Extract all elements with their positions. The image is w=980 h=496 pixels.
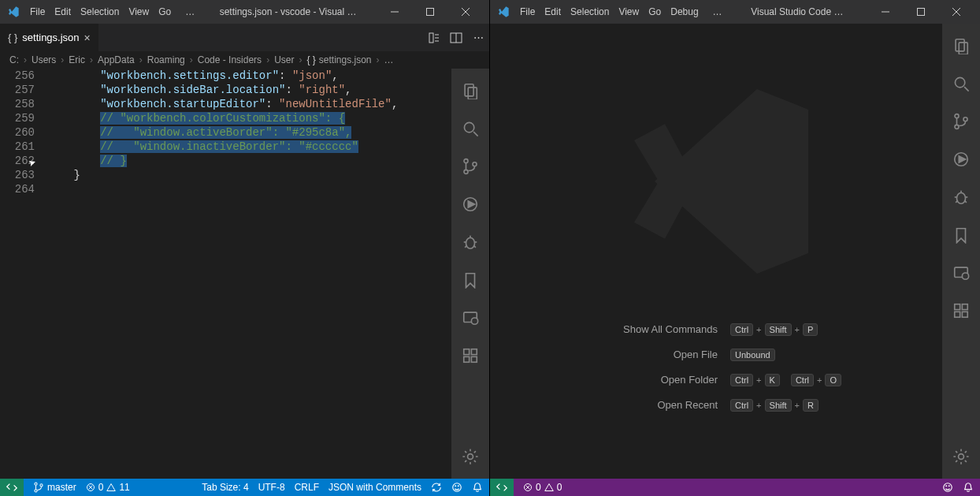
debug-bug-icon[interactable]	[451, 226, 489, 258]
tab-close-icon[interactable]: ×	[84, 32, 91, 44]
menu-debug[interactable]: Debug	[666, 3, 703, 21]
breadcrumb-segment[interactable]: …	[384, 54, 394, 65]
svg-rect-26	[471, 356, 477, 362]
shortcut-row: Open FolderCtrl+KCtrl+O	[490, 374, 942, 386]
remote-indicator[interactable]	[490, 479, 514, 496]
minimize-button[interactable]	[377, 0, 412, 24]
files-icon[interactable]	[451, 75, 489, 106]
sync-icon[interactable]	[431, 482, 442, 493]
menu-selection[interactable]: Selection	[76, 3, 124, 21]
shortcut-label: Open Recent	[560, 399, 718, 412]
svg-rect-42	[959, 43, 967, 54]
menu-overflow[interactable]: …	[180, 3, 199, 21]
remote-indicator[interactable]	[0, 479, 24, 496]
svg-rect-24	[471, 349, 477, 355]
extensions-icon[interactable]	[942, 295, 980, 326]
key-k: K	[765, 374, 780, 386]
svg-rect-8	[468, 88, 477, 99]
gear-icon[interactable]	[942, 441, 980, 472]
compare-icon[interactable]	[423, 24, 445, 51]
git-icon[interactable]	[451, 151, 489, 182]
feedback-icon[interactable]	[942, 482, 953, 493]
breadcrumb-segment[interactable]: Roaming	[147, 54, 185, 65]
window-title: Visual Studio Code …	[732, 6, 863, 17]
key-unbound: Unbound	[730, 349, 775, 361]
minimize-button[interactable]	[867, 0, 903, 24]
close-button[interactable]	[447, 0, 483, 24]
menu-view[interactable]: View	[124, 3, 154, 21]
tab-settings-json[interactable]: { } settings.json ×	[0, 24, 99, 51]
files-icon[interactable]	[942, 30, 980, 62]
eol[interactable]: CRLF	[295, 482, 319, 493]
bell-icon[interactable]	[472, 482, 483, 493]
menu-view[interactable]: View	[614, 3, 644, 21]
svg-point-35	[455, 486, 456, 487]
debug-run-icon[interactable]	[451, 188, 489, 220]
bell-icon[interactable]	[963, 482, 974, 493]
menu-go[interactable]: Go	[644, 3, 666, 21]
titlebar: FileEditSelectionViewGo … settings.json …	[0, 0, 489, 24]
svg-point-49	[957, 193, 966, 204]
menu-selection[interactable]: Selection	[566, 3, 614, 21]
svg-rect-59	[955, 311, 960, 317]
search-icon[interactable]	[451, 113, 489, 144]
split-editor-icon[interactable]	[445, 24, 467, 51]
code-content[interactable]: "workbench.settings.editor": "json", "wo…	[47, 69, 451, 479]
language-mode[interactable]: JSON with Comments	[329, 482, 421, 493]
more-actions-icon[interactable]: ⋯	[467, 24, 489, 51]
maximize-button[interactable]	[412, 0, 447, 24]
debug-run-icon[interactable]	[942, 144, 980, 175]
svg-rect-60	[962, 311, 967, 317]
breadcrumb-segment[interactable]: AppData	[98, 54, 135, 65]
git-icon[interactable]	[942, 106, 980, 137]
feedback-icon[interactable]	[451, 482, 462, 493]
key-shift: Shift	[765, 323, 792, 336]
svg-point-43	[955, 77, 964, 87]
close-button[interactable]	[938, 0, 974, 24]
breadcrumb-segment[interactable]: settings.json	[319, 54, 372, 65]
problems-indicator[interactable]: 0 11	[86, 482, 130, 493]
bookmark-icon[interactable]	[451, 264, 489, 296]
breadcrumb-segment[interactable]: Eric	[69, 54, 85, 65]
menu-go[interactable]: Go	[154, 3, 176, 21]
shortcut-label: Open File	[560, 349, 718, 361]
menu-edit[interactable]: Edit	[50, 3, 76, 21]
svg-point-61	[959, 454, 964, 460]
shortcut-keys: Ctrl+Shift+R	[730, 399, 872, 412]
svg-point-13	[473, 162, 477, 166]
breadcrumb-segment[interactable]: User	[274, 54, 294, 65]
debug-bug-icon[interactable]	[942, 181, 980, 213]
extensions-icon[interactable]	[451, 340, 489, 371]
problems-indicator[interactable]: 0 0	[523, 482, 562, 493]
menu-overflow[interactable]: …	[708, 3, 727, 21]
remote-icon[interactable]	[942, 257, 980, 289]
search-icon[interactable]	[942, 68, 980, 99]
breadcrumbs[interactable]: C:›Users›Eric›AppData›Roaming›Code - Ins…	[0, 51, 489, 69]
menu-edit[interactable]: Edit	[540, 3, 566, 21]
shortcut-keys: Ctrl+KCtrl+O	[730, 374, 872, 386]
svg-rect-57	[955, 304, 960, 310]
svg-point-45	[955, 114, 959, 118]
tab-size[interactable]: Tab Size: 4	[202, 482, 248, 493]
menu-file[interactable]: File	[515, 3, 540, 21]
key-ctrl: Ctrl	[730, 399, 753, 412]
bookmark-icon[interactable]	[942, 219, 980, 251]
breadcrumb-segment[interactable]: Code - Insiders	[198, 54, 262, 65]
shortcut-row: Show All CommandsCtrl+Shift+P	[490, 323, 942, 336]
code-editor[interactable]: 256257258259260261262263264 "workbench.s…	[0, 69, 451, 479]
git-branch[interactable]: master	[33, 482, 76, 493]
remote-icon[interactable]	[451, 302, 489, 334]
encoding[interactable]: UTF-8	[258, 482, 285, 493]
breadcrumb-segment[interactable]: C:	[9, 54, 19, 65]
gear-icon[interactable]	[451, 441, 489, 472]
branch-name: master	[47, 482, 76, 493]
menu-file[interactable]: File	[25, 3, 50, 21]
breadcrumb-segment[interactable]: Users	[32, 54, 56, 65]
key-ctrl: Ctrl	[730, 323, 753, 336]
maximize-button[interactable]	[903, 0, 938, 24]
svg-rect-38	[917, 9, 924, 16]
svg-point-22	[471, 318, 477, 324]
welcome-view: Show All CommandsCtrl+Shift+POpen FileUn…	[490, 24, 942, 479]
key-shift: Shift	[765, 399, 792, 412]
svg-rect-58	[962, 304, 967, 310]
